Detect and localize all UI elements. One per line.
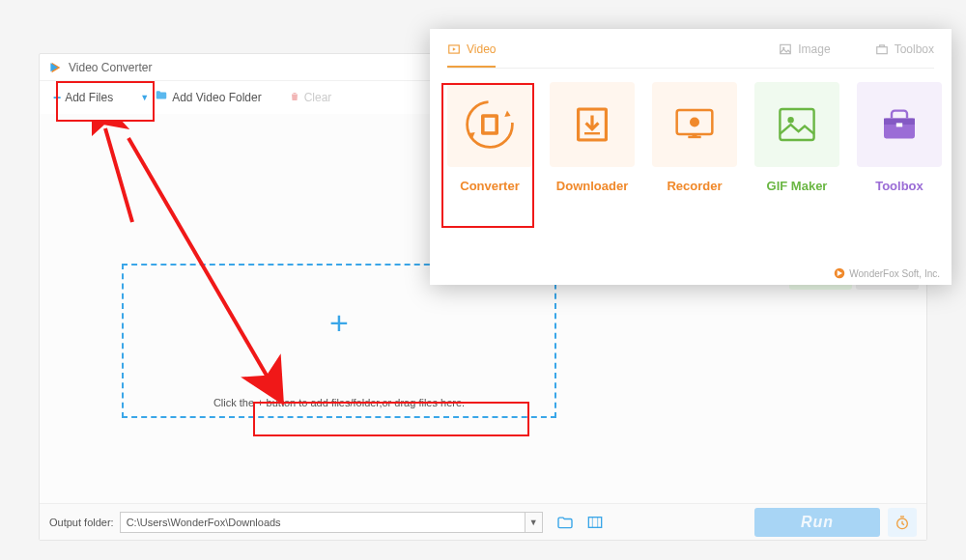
video-icon [447,42,461,56]
bottombar: Output folder: ▼ Run [40,503,926,540]
svg-rect-10 [485,118,496,131]
svg-rect-22 [896,123,902,126]
card-recorder[interactable]: Recorder [652,82,737,193]
dropzone-hint: Click the + button to add files/folder,o… [213,397,465,408]
run-button[interactable]: Run [754,508,880,537]
output-folder-input[interactable] [120,512,526,533]
tab-image[interactable]: Image [779,42,830,68]
trash-icon [289,89,300,106]
tab-video[interactable]: Video [447,42,496,68]
dropzone[interactable]: + Click the + button to add files/folder… [122,264,556,418]
svg-rect-13 [584,132,600,134]
module-popup: Video Image Toolbox Converter Downloader [430,29,952,285]
gifmaker-icon [754,82,839,167]
popup-tabs: Video Image Toolbox [430,29,952,68]
add-folder-button[interactable]: ▼ Add Video Folder [127,81,274,114]
card-label: Recorder [652,179,737,193]
svg-rect-18 [780,109,813,140]
run-label: Run [801,514,834,531]
popup-cards: Converter Downloader Recorder GIF Maker … [430,69,952,207]
merge-icon[interactable] [587,516,603,529]
toolbox-card-icon [857,82,942,167]
schedule-button[interactable] [888,508,917,537]
card-toolbox[interactable]: Toolbox [857,82,942,193]
svg-rect-0 [588,517,601,527]
clear-button[interactable]: Clear [275,81,346,114]
folder-icon [155,89,168,106]
popup-footer: WonderFox Soft, Inc. [834,267,940,279]
svg-rect-17 [693,134,697,137]
add-files-label: Add Files [65,91,113,104]
big-plus-icon: + [329,304,349,342]
output-folder-label: Output folder: [49,517,114,528]
clear-label: Clear [304,91,332,104]
svg-point-15 [690,118,699,127]
recorder-icon [652,82,737,167]
card-label: Downloader [550,179,635,193]
card-label: GIF Maker [754,179,839,193]
toolbox-icon [875,42,889,56]
svg-point-19 [787,117,793,123]
add-folder-label: Add Video Folder [172,91,262,104]
card-gifmaker[interactable]: GIF Maker [754,82,839,193]
open-folder-icon[interactable] [556,516,574,529]
chevron-down-icon: ▼ [140,93,149,102]
plus-icon: + [53,90,61,105]
card-converter[interactable]: Converter [447,82,532,193]
converter-icon [447,82,532,167]
app-title: Video Converter [69,61,153,74]
tab-toolbox[interactable]: Toolbox [875,42,934,68]
card-label: Converter [447,179,532,193]
svg-rect-5 [781,44,791,53]
output-folder-dropdown[interactable]: ▼ [526,512,543,533]
add-files-button[interactable]: + Add Files [40,81,127,114]
app-logo-icon [49,61,63,74]
svg-rect-7 [876,47,887,54]
image-icon [779,42,792,56]
downloader-icon [550,82,635,167]
card-downloader[interactable]: Downloader [550,82,635,193]
card-label: Toolbox [857,179,942,193]
